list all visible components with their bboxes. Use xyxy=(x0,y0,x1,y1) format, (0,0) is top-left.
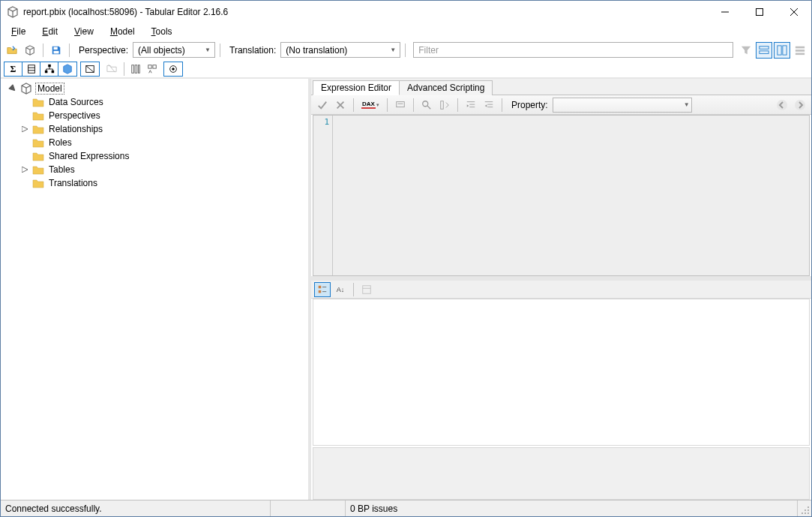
view-mode-2-icon[interactable] xyxy=(774,42,790,59)
connect-cube-icon[interactable] xyxy=(22,42,38,59)
sort-type-icon[interactable] xyxy=(144,61,160,77)
tree-node-label[interactable]: Data Sources xyxy=(47,97,105,107)
svg-rect-13 xyxy=(783,45,787,54)
expander-icon[interactable] xyxy=(8,84,17,93)
svg-point-58 xyxy=(777,100,787,110)
code-body[interactable] xyxy=(333,116,809,275)
tree-node[interactable]: Roles xyxy=(19,136,305,149)
folder-icon xyxy=(32,97,44,107)
statusbar: Connected successfully. 0 BP issues xyxy=(1,500,811,516)
minimize-button[interactable] xyxy=(708,1,742,23)
menu-file[interactable]: File xyxy=(4,25,33,38)
tree-node-label[interactable]: Translations xyxy=(47,178,99,188)
folder-icon xyxy=(32,151,44,161)
tree-node[interactable]: Translations xyxy=(19,176,305,190)
propertygrid-toolbar: A↓ xyxy=(311,281,811,299)
spacer xyxy=(20,179,29,188)
tree-node-label[interactable]: Tables xyxy=(47,164,76,175)
resize-grip[interactable] xyxy=(798,500,811,516)
tree-node-label[interactable]: Perspectives xyxy=(47,110,102,121)
tree-node-label[interactable]: Shared Expressions xyxy=(47,151,130,161)
menu-tools[interactable]: Tools xyxy=(144,25,180,38)
translation-combo[interactable]: (No translation) ▼ xyxy=(280,42,400,58)
svg-rect-35 xyxy=(153,65,156,68)
folder-icon xyxy=(32,110,44,121)
model-tree[interactable]: Model Data SourcesPerspectivesRelationsh… xyxy=(4,82,305,190)
cancel-icon[interactable] xyxy=(332,97,349,113)
cube-icon xyxy=(20,83,32,94)
expander-icon[interactable] xyxy=(20,125,29,134)
tree-node[interactable]: Relationships xyxy=(19,122,305,136)
spacer xyxy=(20,152,29,161)
tab-label: Advanced Scripting xyxy=(407,83,484,93)
show-columns-icon[interactable] xyxy=(22,62,40,76)
show-hierarchies-icon[interactable] xyxy=(40,62,58,76)
accept-icon[interactable] xyxy=(314,97,331,113)
goto-icon[interactable] xyxy=(436,97,453,113)
open-file-icon[interactable] xyxy=(4,42,20,59)
perspective-combo[interactable]: (All objects) ▼ xyxy=(133,42,215,58)
tree-node-label[interactable]: Roles xyxy=(47,137,73,148)
tree-node[interactable]: Tables xyxy=(19,163,305,176)
filter-input[interactable] xyxy=(413,42,733,58)
separator xyxy=(405,44,406,57)
show-hidden-icon[interactable] xyxy=(81,62,99,76)
svg-rect-12 xyxy=(778,45,781,54)
separator xyxy=(353,283,354,296)
propertypages-icon[interactable] xyxy=(358,282,375,297)
filter-toggle-icon[interactable] xyxy=(164,62,182,76)
indent-icon[interactable] xyxy=(463,97,479,113)
show-display-folders-icon[interactable] xyxy=(103,62,121,75)
tab-expression-editor[interactable]: Expression Editor xyxy=(313,80,400,95)
tree-node[interactable]: Shared Expressions xyxy=(19,149,305,163)
svg-point-69 xyxy=(802,512,803,514)
app-window: report.pbix (localhost:58096) - Tabular … xyxy=(0,0,812,517)
status-text: Connected successfully. xyxy=(5,503,102,514)
close-button[interactable] xyxy=(777,1,811,23)
filter-funnel-icon[interactable] xyxy=(738,42,754,59)
menu-edit[interactable]: Edit xyxy=(34,25,65,38)
tab-advanced-scripting[interactable]: Advanced Scripting xyxy=(399,80,493,95)
svg-point-68 xyxy=(808,509,809,511)
perspective-value: (All objects) xyxy=(138,45,202,56)
property-description-pane xyxy=(313,447,810,500)
tree-node-model[interactable]: Model xyxy=(7,82,305,95)
separator xyxy=(457,98,458,112)
expression-editor[interactable]: 1 xyxy=(313,115,810,276)
svg-marker-41 xyxy=(22,126,28,132)
view-mode-1-icon[interactable] xyxy=(756,42,772,59)
find-icon[interactable] xyxy=(418,97,435,113)
tree-node[interactable]: Perspectives xyxy=(19,109,305,122)
show-partitions-icon[interactable] xyxy=(58,62,76,76)
categorized-icon[interactable] xyxy=(314,282,331,297)
svg-rect-64 xyxy=(363,285,371,293)
dax-format-icon[interactable]: DAX ▾ xyxy=(358,97,382,113)
tree-node-label[interactable]: Model xyxy=(35,83,64,95)
nav-forward-icon[interactable] xyxy=(792,97,808,113)
tree-node[interactable]: Data Sources xyxy=(19,95,305,109)
menu-view[interactable]: View xyxy=(67,25,101,38)
property-grid[interactable] xyxy=(313,299,810,446)
show-measures-icon[interactable]: Σ xyxy=(4,62,22,76)
separator xyxy=(502,98,502,112)
tree-node-label[interactable]: Relationships xyxy=(47,124,104,134)
svg-rect-33 xyxy=(139,65,140,74)
nav-back-icon[interactable] xyxy=(774,97,790,113)
save-icon[interactable] xyxy=(48,42,64,59)
sort-alpha-icon[interactable] xyxy=(127,61,144,77)
separator xyxy=(220,44,220,57)
comment-icon[interactable] xyxy=(392,97,409,113)
alphabetical-icon[interactable]: A↓ xyxy=(332,282,349,297)
menu-model[interactable]: Model xyxy=(103,25,142,38)
tree-pane[interactable]: Model Data SourcesPerspectivesRelationsh… xyxy=(1,79,311,500)
expander-icon[interactable] xyxy=(20,165,29,174)
folder-icon xyxy=(32,164,44,175)
svg-rect-10 xyxy=(760,46,769,49)
maximize-button[interactable] xyxy=(742,1,777,23)
property-combo[interactable]: ▼ xyxy=(553,98,692,113)
svg-rect-11 xyxy=(760,50,769,53)
tree-toolbar: Σ xyxy=(1,61,811,79)
outdent-icon[interactable] xyxy=(481,97,497,113)
view-mode-3-icon[interactable] xyxy=(792,42,808,59)
svg-rect-17 xyxy=(28,65,34,74)
